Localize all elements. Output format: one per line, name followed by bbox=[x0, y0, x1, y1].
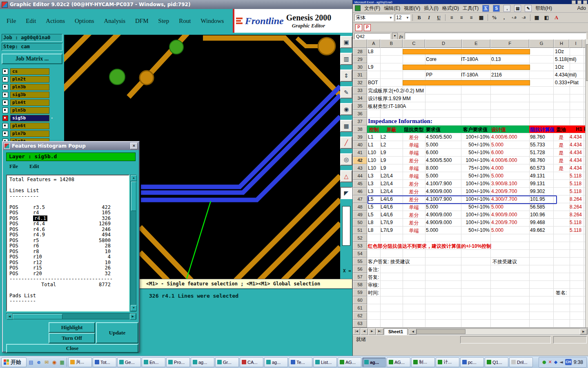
scroll-thumb[interactable] bbox=[586, 44, 588, 81]
zoom-fit-icon[interactable]: ⇕ bbox=[340, 70, 352, 82]
cell-f[interactable]: 5.000 bbox=[491, 227, 529, 233]
row-header-42[interactable]: 42 bbox=[353, 157, 367, 164]
row-header-34[interactable]: 34 bbox=[353, 94, 367, 102]
taskbar-task-8[interactable]: ag... bbox=[264, 357, 288, 367]
feature-size[interactable]: r20 bbox=[33, 271, 42, 276]
cell-a[interactable]: L1 bbox=[368, 134, 380, 140]
cell-g[interactable]: 49.131 bbox=[530, 173, 553, 179]
cell-e[interactable]: 50+/-10% bbox=[461, 204, 490, 210]
italic-button[interactable]: I bbox=[425, 13, 433, 22]
cell-f[interactable]: 4.200/9.700 bbox=[491, 220, 529, 225]
column-header-B[interactable]: B bbox=[380, 39, 403, 48]
cell-a[interactable]: L1 bbox=[368, 142, 380, 148]
cell-b[interactable]: L4/L6 bbox=[381, 204, 402, 210]
scroll-right-icon[interactable]: ▶ bbox=[580, 329, 587, 334]
row-header-36[interactable]: 36 bbox=[353, 110, 367, 118]
ge-menu-dfm[interactable]: DFM bbox=[135, 18, 149, 25]
cell-e[interactable]: 75+/-10% bbox=[461, 165, 490, 171]
cell-c[interactable]: 单端 bbox=[403, 150, 425, 157]
ie-quicklaunch-icon[interactable]: e bbox=[36, 359, 42, 366]
cell-a[interactable]: L3 bbox=[368, 181, 380, 186]
layer-checkbox[interactable] bbox=[2, 115, 8, 121]
cell-g[interactable]: 98.760 bbox=[530, 157, 553, 163]
cell-d[interactable]: 4.500/5.500 bbox=[426, 157, 461, 163]
slope-tool-icon[interactable]: ╱ bbox=[340, 137, 352, 149]
cell-c[interactable]: 单端 bbox=[403, 165, 425, 172]
cell-d[interactable]: 4.100/7.900 bbox=[426, 181, 461, 186]
cell-g[interactable]: 56.585 bbox=[530, 204, 553, 210]
cell-c[interactable]: 差分 bbox=[403, 188, 425, 195]
popup-horizontal-scrollbar[interactable]: ◀ ▶ bbox=[6, 313, 136, 319]
row-header-56[interactable]: 56 bbox=[353, 265, 367, 273]
cell-e[interactable]: 100+/-10% bbox=[461, 188, 490, 194]
row-header-59[interactable]: 59 bbox=[353, 289, 367, 296]
cell-d[interactable]: 5.000 bbox=[426, 227, 461, 233]
excel-menu-1[interactable]: 编辑(E) bbox=[384, 5, 400, 12]
borders-button[interactable]: ▦ bbox=[532, 13, 541, 22]
taskbar-task-13[interactable]: AG... bbox=[387, 357, 410, 367]
column-header-F[interactable]: F bbox=[490, 39, 529, 48]
row-header-31[interactable]: 31 bbox=[353, 71, 367, 79]
sheet-nav-icon[interactable]: ▶| bbox=[376, 328, 383, 335]
cell-c[interactable]: 差分 bbox=[403, 134, 425, 141]
row-header-48[interactable]: 48 bbox=[353, 203, 367, 211]
cell-a[interactable]: L5 bbox=[368, 212, 380, 218]
feature-size[interactable]: r4 bbox=[33, 210, 39, 215]
cell-f[interactable]: 4.000/6.000 bbox=[491, 157, 529, 163]
layer-row-pln5b[interactable]: pln5b bbox=[0, 106, 64, 114]
taskbar-task-4[interactable]: Pro... bbox=[166, 357, 190, 367]
cell-a[interactable]: L5 bbox=[368, 204, 380, 210]
cell-e[interactable]: 50+/-10% bbox=[461, 173, 490, 179]
taskbar-task-17[interactable]: Q1... bbox=[485, 357, 508, 367]
cell-b[interactable]: L2 bbox=[381, 134, 402, 140]
align-right-button[interactable]: ≡ bbox=[467, 13, 476, 22]
taskbar-task-18[interactable]: Dril... bbox=[509, 357, 533, 367]
feature-size[interactable]: r6 bbox=[33, 243, 39, 249]
sheet-nav-icon[interactable]: ◀ bbox=[361, 328, 368, 335]
outlook-quicklaunch-icon[interactable]: ✉ bbox=[43, 359, 50, 366]
cell-c[interactable]: 阻抗类型 bbox=[403, 126, 425, 133]
cell-d[interactable]: 4.900/9.000 bbox=[426, 188, 461, 194]
cell-a[interactable]: L8 bbox=[368, 49, 380, 54]
feature-size[interactable]: r10 bbox=[33, 254, 42, 260]
cell-g[interactable]: 99.302 bbox=[530, 188, 553, 194]
taskbar-task-16[interactable]: pc... bbox=[460, 357, 484, 367]
cell-f[interactable]: 4.000 bbox=[491, 165, 529, 171]
layer-row-sig5b[interactable]: sig5b▪ bbox=[0, 114, 64, 122]
taskbar-task-11[interactable]: AG... bbox=[338, 357, 361, 367]
cell-d[interactable]: PP bbox=[426, 72, 461, 78]
column-header-G[interactable]: G bbox=[529, 39, 554, 48]
cell-b[interactable]: L7/L9 bbox=[381, 220, 402, 225]
taskbar-task-6[interactable]: Gr... bbox=[215, 357, 239, 367]
taskbar-task-15[interactable]: 计... bbox=[436, 357, 459, 367]
row-header-61[interactable]: 61 bbox=[353, 304, 367, 312]
column-header-A[interactable]: A bbox=[367, 39, 380, 48]
scroll-thumb[interactable] bbox=[416, 329, 466, 334]
cell-d[interactable]: 8.000 bbox=[426, 165, 461, 171]
feature-size[interactable]: r5 bbox=[33, 238, 39, 243]
cell-e[interactable]: IT-180A bbox=[461, 56, 490, 62]
cell-b[interactable]: L2/L4 bbox=[381, 188, 402, 194]
layer-checkbox[interactable] bbox=[2, 92, 8, 98]
cell-b[interactable]: L9 bbox=[381, 150, 402, 155]
cell-e[interactable]: 100+/-10% bbox=[461, 181, 490, 186]
row-header-51[interactable]: 51 bbox=[353, 227, 367, 234]
popup-menu-edit[interactable]: Edit bbox=[29, 163, 39, 170]
ge-menu-rout[interactable]: Rout bbox=[179, 18, 191, 25]
minimize-icon[interactable] bbox=[572, 0, 576, 4]
cell-e[interactable]: 100+/-10% bbox=[461, 134, 490, 140]
row-header-47[interactable]: 47 bbox=[353, 195, 367, 203]
cell-b[interactable]: L9 bbox=[381, 165, 402, 171]
ime-wubi-icon[interactable]: 五 bbox=[482, 5, 489, 12]
font-color-button[interactable]: A bbox=[552, 13, 561, 22]
cell-a[interactable]: L8 bbox=[368, 227, 380, 233]
popup-titlebar[interactable]: Features Histogram Popup × bbox=[3, 142, 139, 150]
zoom-area-icon[interactable]: ◎ bbox=[340, 153, 352, 166]
cell-c[interactable]: 单端 bbox=[403, 173, 425, 180]
cell-d[interactable]: 4.500/5.500 bbox=[426, 134, 461, 140]
row-header-57[interactable]: 57 bbox=[353, 273, 367, 281]
column-header-I[interactable]: I bbox=[569, 39, 582, 48]
cell-h[interactable]: 是 bbox=[553, 157, 569, 164]
update-button[interactable]: Update bbox=[96, 322, 138, 343]
cell-g[interactable]: 51.728 bbox=[530, 150, 553, 155]
